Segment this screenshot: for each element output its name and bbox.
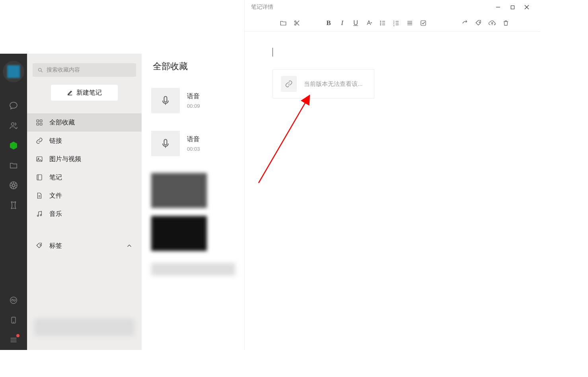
sidebar-item-notes[interactable]: 笔记 xyxy=(27,168,142,187)
svg-point-34 xyxy=(294,23,296,25)
moments-icon[interactable] xyxy=(8,180,19,190)
voice-title: 语音 xyxy=(187,92,200,101)
svg-line-36 xyxy=(296,22,299,25)
link-card-text: 当前版本无法查看该... xyxy=(304,80,363,88)
new-note-button[interactable]: 新建笔记 xyxy=(51,85,118,101)
text-cursor xyxy=(273,48,273,56)
chevron-up-icon xyxy=(126,242,133,249)
svg-rect-14 xyxy=(37,123,39,125)
channels-icon[interactable] xyxy=(8,200,19,210)
window-title: 笔记详情 xyxy=(251,4,491,11)
svg-point-23 xyxy=(37,215,39,216)
voice-duration: 00:09 xyxy=(187,103,200,109)
voice-thumbnail xyxy=(151,88,180,113)
svg-rect-54 xyxy=(421,21,426,25)
share-icon[interactable] xyxy=(458,17,472,29)
font-button[interactable] xyxy=(362,17,376,29)
note-editor[interactable]: 当前版本无法查看该... xyxy=(245,32,540,350)
svg-rect-18 xyxy=(37,175,42,180)
sidebar-blurred-content xyxy=(34,319,134,336)
list-header: 全部收藏 xyxy=(142,54,245,79)
link-icon xyxy=(281,76,297,92)
favorites-icon[interactable] xyxy=(8,140,19,151)
tags-label: 标签 xyxy=(49,242,126,250)
list-blurred-item xyxy=(151,263,235,276)
sidebar-item-label: 图片与视频 xyxy=(49,155,81,163)
voice-title: 语音 xyxy=(187,135,200,144)
svg-rect-31 xyxy=(511,6,514,9)
scissors-icon[interactable] xyxy=(290,17,304,29)
link-card[interactable]: 当前版本无法查看该... xyxy=(273,69,374,99)
svg-point-24 xyxy=(40,214,41,216)
sidebar-item-label: 全部收藏 xyxy=(49,119,75,127)
list-item[interactable]: 语音 00:03 xyxy=(142,122,245,165)
close-button[interactable] xyxy=(520,2,534,13)
tag-icon[interactable] xyxy=(472,17,485,29)
sidebar-item-label: 音乐 xyxy=(49,210,62,218)
sidebar-item-label: 链接 xyxy=(49,137,62,145)
new-note-label: 新建笔记 xyxy=(76,89,102,97)
upload-icon[interactable] xyxy=(485,17,499,29)
list-item[interactable] xyxy=(151,216,235,251)
svg-point-41 xyxy=(380,24,381,25)
minimize-button[interactable] xyxy=(491,2,505,13)
svg-rect-13 xyxy=(40,120,42,122)
underline-button[interactable]: U xyxy=(349,17,362,29)
list-item[interactable]: 语音 00:09 xyxy=(142,79,245,122)
editor-toolbar: B I U 123 xyxy=(245,14,540,32)
ul-button[interactable] xyxy=(376,17,389,29)
svg-point-2 xyxy=(12,184,15,187)
menu-icon[interactable] xyxy=(8,335,19,345)
svg-point-17 xyxy=(38,158,39,159)
voice-duration: 00:03 xyxy=(187,146,200,152)
chat-icon[interactable] xyxy=(8,101,19,111)
favorites-list: 全部收藏 语音 00:09 语音 00:03 xyxy=(142,54,245,350)
favorites-app: 搜索收藏内容 新建笔记 全部收藏 链接 图片与视频 笔记 xyxy=(0,54,245,350)
svg-rect-28 xyxy=(164,140,167,145)
bold-button[interactable]: B xyxy=(322,17,335,29)
voice-thumbnail xyxy=(151,131,180,156)
svg-point-39 xyxy=(380,21,381,21)
list-item[interactable] xyxy=(151,173,235,208)
svg-line-37 xyxy=(296,21,299,24)
hr-button[interactable] xyxy=(403,17,417,29)
contacts-icon[interactable] xyxy=(8,120,19,131)
sidebar-tags-toggle[interactable]: 标签 xyxy=(27,237,142,255)
svg-point-35 xyxy=(294,21,296,22)
sidebar: 搜索收藏内容 新建笔记 全部收藏 链接 图片与视频 笔记 xyxy=(27,54,142,350)
avatar[interactable] xyxy=(3,61,24,82)
search-placeholder: 搜索收藏内容 xyxy=(47,66,80,74)
sidebar-item-files[interactable]: 文件 xyxy=(27,187,142,205)
svg-rect-15 xyxy=(40,123,42,125)
sidebar-item-label: 笔记 xyxy=(49,173,62,182)
titlebar: 笔记详情 xyxy=(245,0,540,14)
svg-point-40 xyxy=(380,23,381,23)
sidebar-item-music[interactable]: 音乐 xyxy=(27,205,142,223)
svg-point-25 xyxy=(40,245,41,245)
checkbox-button[interactable] xyxy=(417,17,430,29)
delete-icon[interactable] xyxy=(499,17,512,29)
ol-button[interactable]: 123 xyxy=(389,17,403,29)
sidebar-item-label: 文件 xyxy=(49,192,62,200)
sidebar-item-all[interactable]: 全部收藏 xyxy=(27,113,142,132)
svg-line-10 xyxy=(41,71,42,72)
svg-rect-26 xyxy=(164,97,167,102)
italic-button[interactable]: I xyxy=(335,17,349,29)
svg-text:3: 3 xyxy=(393,24,395,26)
miniprogram-icon[interactable] xyxy=(8,295,19,305)
maximize-button[interactable] xyxy=(505,2,520,13)
note-window: 笔记详情 B I U 123 xyxy=(244,0,540,350)
svg-point-55 xyxy=(479,21,480,22)
folder-icon[interactable] xyxy=(8,160,19,171)
sidebar-item-media[interactable]: 图片与视频 xyxy=(27,150,142,168)
svg-rect-12 xyxy=(37,120,39,122)
svg-point-9 xyxy=(39,68,42,71)
sidebar-item-links[interactable]: 链接 xyxy=(27,132,142,150)
phone-icon[interactable] xyxy=(8,315,19,325)
search-input[interactable]: 搜索收藏内容 xyxy=(33,63,136,77)
folder-icon[interactable] xyxy=(276,17,290,29)
svg-point-0 xyxy=(12,123,14,126)
nav-rail xyxy=(0,54,27,350)
